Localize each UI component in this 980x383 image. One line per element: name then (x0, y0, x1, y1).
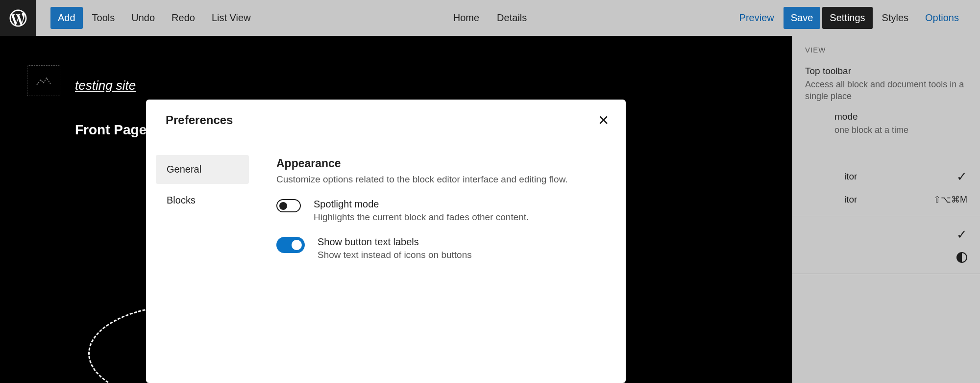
styles-button[interactable]: Styles (875, 7, 916, 29)
modal-title: Preferences (166, 113, 233, 127)
home-button[interactable]: Home (446, 7, 487, 29)
toggle-desc: Highlights the current block and fades o… (314, 212, 529, 223)
view-item-title: Top toolbar (805, 66, 967, 77)
close-icon: ✕ (598, 112, 609, 128)
site-title-link[interactable]: testing site (75, 78, 136, 93)
keyboard-shortcut: ⇧⌥⌘M (933, 194, 967, 205)
contrast-icon (956, 252, 967, 263)
section-title: Appearance (276, 157, 606, 170)
top-toolbar: Add Tools Undo Redo List View Home Detai… (0, 0, 980, 36)
add-button[interactable]: Add (50, 7, 83, 29)
menu-divider (792, 274, 980, 274)
menu-item-check[interactable]: ✓ (805, 222, 967, 247)
view-item-title: mode (834, 111, 967, 122)
modal-body: General Blocks Appearance Customize opti… (146, 140, 626, 383)
image-placeholder-icon (36, 75, 51, 87)
options-dropdown-panel: VIEW Top toolbar Access all block and do… (792, 36, 980, 383)
toggle-row-spotlight: Spotlight mode Highlights the current bl… (276, 199, 606, 223)
menu-item-contrast[interactable] (805, 247, 967, 268)
view-item-desc: one block at a time (834, 124, 967, 136)
check-icon: ✓ (956, 227, 967, 242)
preferences-modal: Preferences ✕ General Blocks Appearance … (146, 100, 626, 383)
tab-general[interactable]: General (156, 155, 249, 184)
toggle-text: Spotlight mode Highlights the current bl… (314, 199, 529, 223)
redo-button[interactable]: Redo (164, 7, 202, 29)
wordpress-icon (8, 8, 28, 28)
menu-item-editor-1[interactable]: itor ✓ (805, 164, 967, 189)
view-section-label: VIEW (805, 46, 967, 54)
view-option-mode[interactable]: mode one block at a time (805, 111, 967, 136)
menu-divider (792, 216, 980, 216)
modal-content: Appearance Customize options related to … (259, 140, 626, 383)
toggle-title: Show button text labels (318, 236, 472, 248)
toggle-desc: Show text instead of icons on buttons (318, 250, 472, 260)
toggle-text: Show button text labels Show text instea… (318, 236, 472, 260)
modal-header: Preferences ✕ (146, 100, 626, 140)
close-button[interactable]: ✕ (594, 111, 612, 129)
preview-button[interactable]: Preview (732, 7, 782, 29)
section-desc: Customize options related to the block e… (276, 174, 606, 185)
wordpress-logo[interactable] (0, 0, 36, 36)
toolbar-left-group: Add Tools Undo Redo List View (36, 7, 258, 29)
details-button[interactable]: Details (490, 7, 534, 29)
toolbar-right-group: Preview Save Settings Styles Options (732, 7, 980, 29)
spotlight-mode-toggle[interactable] (276, 199, 301, 212)
tools-button[interactable]: Tools (85, 7, 122, 29)
toggle-row-button-labels: Show button text labels Show text instea… (276, 236, 606, 260)
menu-item-editor-2[interactable]: itor ⇧⌥⌘M (805, 189, 967, 210)
button-labels-toggle[interactable] (276, 237, 305, 253)
check-icon: ✓ (956, 169, 967, 184)
toggle-title: Spotlight mode (314, 199, 529, 210)
modal-tabs: General Blocks (146, 140, 259, 383)
save-button[interactable]: Save (784, 7, 821, 29)
view-option-top-toolbar[interactable]: Top toolbar Access all block and documen… (805, 66, 967, 102)
menu-item-label: itor (805, 171, 857, 182)
toolbar-center-group: Home Details (446, 7, 535, 29)
listview-button[interactable]: List View (204, 7, 258, 29)
site-logo-placeholder[interactable] (27, 65, 60, 96)
settings-button[interactable]: Settings (822, 7, 872, 29)
options-button[interactable]: Options (918, 7, 966, 29)
view-item-desc: Access all block and document tools in a… (805, 78, 967, 102)
tab-blocks[interactable]: Blocks (156, 186, 249, 215)
undo-button[interactable]: Undo (124, 7, 162, 29)
menu-item-label: itor (805, 194, 857, 205)
